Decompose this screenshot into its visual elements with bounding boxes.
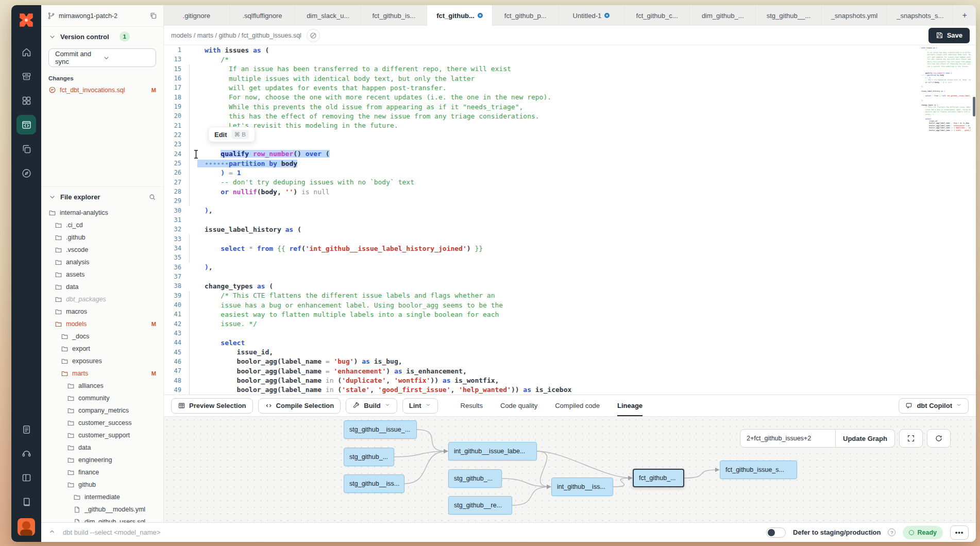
folder-item-macros[interactable]: macros <box>41 305 163 318</box>
folder-item-finance[interactable]: finance <box>41 466 163 479</box>
folder-item-exposures[interactable]: exposures <box>41 355 163 367</box>
folder-icon <box>55 246 62 254</box>
result-tab-code-quality[interactable]: Code quality <box>500 395 537 416</box>
folder-item-data[interactable]: data <box>41 441 163 454</box>
version-control-header[interactable]: Version control 1 <box>41 27 163 46</box>
result-tab-lineage[interactable]: Lineage <box>617 395 643 416</box>
rail-apps-grid-icon[interactable] <box>16 91 36 110</box>
code-text: this has the effect of removing the new … <box>183 112 539 120</box>
help-icon[interactable]: ? <box>888 528 895 536</box>
folder-item-github[interactable]: github <box>41 479 163 491</box>
code-editor[interactable]: 1with issues as (13 /*15 If an issue has… <box>164 45 976 395</box>
tab--gitignore[interactable]: .gitignore <box>164 5 230 26</box>
user-avatar[interactable] <box>18 518 35 536</box>
tab-_snapshots-yml[interactable]: _snapshots.yml <box>822 5 888 26</box>
changed-file-item[interactable]: fct_dbt_invocations.sql M <box>41 84 163 95</box>
tab-fct_github_c-[interactable]: fct_github_c... <box>624 5 690 26</box>
folder-item-data[interactable]: data <box>41 281 163 293</box>
rail-panels-icon[interactable] <box>16 468 36 487</box>
copy-branch-icon[interactable] <box>149 12 157 20</box>
tab-Untitled-1[interactable]: Untitled-1 <box>559 5 624 26</box>
lineage-node-fct_github_-[interactable]: fct_github_... <box>633 469 684 487</box>
code-line-32: 32issue_label_history as ( <box>164 225 976 234</box>
file-item-dim_github_users.sql[interactable]: dim_github_users.sql <box>41 516 163 522</box>
folder-item-dbt_packages[interactable]: dbt_packages <box>41 293 163 305</box>
command-input[interactable]: dbt build --select <model_name> <box>63 528 759 536</box>
refresh-button[interactable] <box>927 429 951 448</box>
defer-toggle[interactable] <box>766 527 786 538</box>
lineage-node-fct_github_issue_s-[interactable]: fct_github_issue_s... <box>720 460 797 479</box>
rail-home-icon[interactable] <box>16 42 36 62</box>
folder-item-marts[interactable]: martsM <box>41 367 163 380</box>
preview-selection-label: Preview Selection <box>189 402 246 410</box>
rail-duplicate-icon[interactable] <box>16 139 36 159</box>
file-explorer-header[interactable]: File explorer <box>41 187 163 207</box>
folder-item-engineering[interactable]: engineering <box>41 454 163 466</box>
minimap[interactable]: with issues as ( /* If an issue has been… <box>921 47 971 131</box>
folder-item-.github[interactable]: .github <box>41 231 163 244</box>
folder-item-intermediate[interactable]: intermediate <box>41 491 163 503</box>
folder-item-internal-analytics[interactable]: internal-analytics <box>41 207 163 219</box>
scrollbar-thumb[interactable] <box>973 97 975 116</box>
tab--sqlfluffignore[interactable]: .sqlfluffignore <box>230 5 296 26</box>
rail-notes-icon[interactable] <box>16 419 36 439</box>
folder-item-assets[interactable]: assets <box>41 268 163 281</box>
folder-item-export[interactable]: export <box>41 343 163 355</box>
folder-item-company_metrics[interactable]: company_metrics <box>41 404 163 417</box>
folder-item-community[interactable]: community <box>41 392 163 404</box>
file-item-_github__models.yml[interactable]: _github__models.yml <box>41 503 163 516</box>
result-tab-compiled-code[interactable]: Compiled code <box>555 395 600 416</box>
folder-item-.vscode[interactable]: .vscode <box>41 244 163 256</box>
lineage-selector-input[interactable]: 2+fct_github_issues+2 <box>740 429 836 448</box>
rail-docs-book-icon[interactable] <box>16 492 36 511</box>
compile-selection-button[interactable]: Compile Selection <box>258 398 341 414</box>
folder-item-.ci_cd[interactable]: .ci_cd <box>41 219 163 231</box>
tree-item-label: .github <box>66 234 86 241</box>
lineage-node-stg_github__re-[interactable]: stg_github__re... <box>448 496 512 515</box>
build-button[interactable]: Build <box>346 398 397 414</box>
lineage-node-stg_github_-[interactable]: stg_github_... <box>344 448 394 466</box>
lineage-node-int_github__issue_labe-[interactable]: int_github__issue_labe... <box>448 442 537 460</box>
folder-item-analysis[interactable]: analysis <box>41 256 163 268</box>
rail-support-headset-icon[interactable] <box>16 443 36 463</box>
rail-explore-compass-icon[interactable] <box>16 163 36 183</box>
fullscreen-button[interactable] <box>899 429 923 448</box>
tab-fct_github_p-[interactable]: fct_github_p... <box>493 5 559 26</box>
dbt-logo-icon[interactable] <box>18 11 35 29</box>
code-line-42: 42 issue. */ <box>164 319 976 329</box>
commit-and-sync-dropdown[interactable]: Commit and sync <box>48 48 156 67</box>
lint-button[interactable]: Lint <box>402 398 438 414</box>
folder-item-alliances[interactable]: alliances <box>41 380 163 392</box>
preview-selection-button[interactable]: Preview Selection <box>171 398 253 414</box>
new-tab-button[interactable]: + <box>953 5 976 26</box>
result-tab-results[interactable]: Results <box>461 395 483 416</box>
folder-icon <box>55 271 62 279</box>
lineage-node-stg_github__issue_-[interactable]: stg_github__issue_... <box>344 420 417 439</box>
folder-icon <box>73 493 81 501</box>
file-state-icon[interactable] <box>307 29 320 42</box>
tab-fct_github_is-[interactable]: fct_github_is... <box>361 5 427 26</box>
tab-dim_slack_u-[interactable]: dim_slack_u... <box>295 5 361 26</box>
lineage-node-int_github__iss-[interactable]: int_github__iss... <box>551 477 613 496</box>
tree-item-label: .ci_cd <box>66 221 83 229</box>
tab-dim_github_-[interactable]: dim_github_... <box>690 5 756 26</box>
folder-item-_docs[interactable]: _docs <box>41 330 163 343</box>
tab-stg_github__-[interactable]: stg_github__... <box>756 5 822 26</box>
search-icon[interactable] <box>148 193 156 201</box>
folder-item-customer_support[interactable]: customer_support <box>41 429 163 441</box>
folder-item-customer_success[interactable]: customer_success <box>41 417 163 429</box>
tree-item-label: github <box>78 481 96 488</box>
rail-ide-icon[interactable] <box>16 115 36 134</box>
update-graph-button[interactable]: Update Graph <box>836 429 895 448</box>
folder-item-models[interactable]: modelsM <box>41 318 163 330</box>
lineage-node-stg_github_-[interactable]: stg_github_... <box>448 469 502 488</box>
lineage-node-stg_github__iss-[interactable]: stg_github__iss... <box>344 474 404 493</box>
dbt-copilot-button[interactable]: dbt Copilot <box>899 398 969 414</box>
rail-warehouse-icon[interactable] <box>16 66 36 86</box>
save-button[interactable]: Save <box>928 28 970 43</box>
more-menu-button[interactable]: ••• <box>950 525 969 540</box>
edit-popup[interactable]: Edit ⌘ B <box>208 127 255 142</box>
chevron-up-icon[interactable] <box>48 528 56 537</box>
tab-fct_github-[interactable]: fct_github... <box>427 5 493 26</box>
tab-_snapshots_s-[interactable]: _snapshots_s... <box>887 5 953 26</box>
